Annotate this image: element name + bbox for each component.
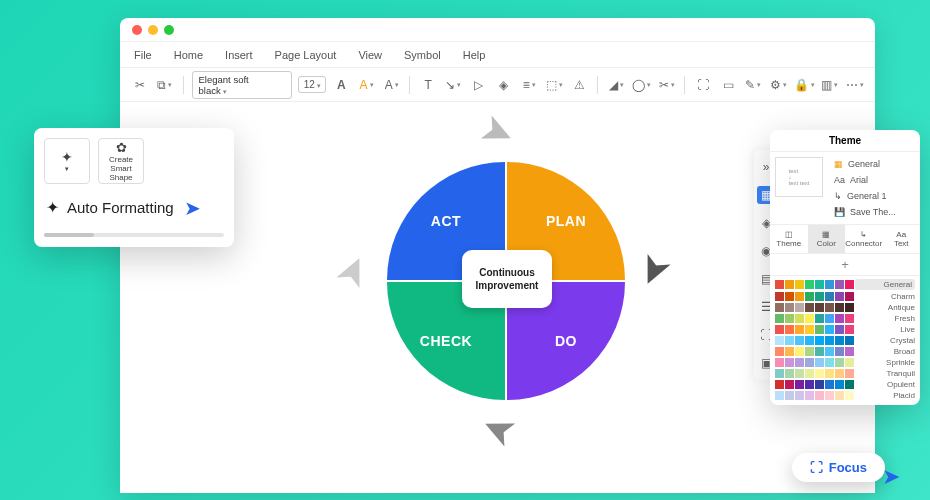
color-swatch[interactable] [845,358,854,367]
palette-row[interactable]: Crystal [775,336,915,345]
theme-preview[interactable]: text↓text text [775,157,823,197]
menu-symbol[interactable]: Symbol [404,49,441,61]
color-swatch[interactable] [795,314,804,323]
color-swatch[interactable] [785,303,794,312]
color-swatch[interactable] [835,314,844,323]
color-swatch[interactable] [785,347,794,356]
fill-icon[interactable]: ◢ [606,75,625,95]
color-swatch[interactable] [825,369,834,378]
color-swatch[interactable] [815,336,824,345]
color-swatch[interactable] [825,303,834,312]
menu-view[interactable]: View [358,49,382,61]
color-swatch[interactable] [775,336,784,345]
color-swatch[interactable] [815,347,824,356]
menu-help[interactable]: Help [463,49,486,61]
color-swatch[interactable] [775,347,784,356]
stroke-icon[interactable]: ◯ [632,75,651,95]
color-swatch[interactable] [835,358,844,367]
theme-item-general1[interactable]: ↳General 1 [834,188,914,204]
bold-icon[interactable]: A [332,75,351,95]
color-swatch[interactable] [775,314,784,323]
color-swatch[interactable] [785,336,794,345]
highlight-icon[interactable]: A [382,75,401,95]
menu-file[interactable]: File [134,49,152,61]
tab-theme[interactable]: ◫Theme [770,225,808,253]
color-swatch[interactable] [835,336,844,345]
color-swatch[interactable] [785,325,794,334]
color-swatch[interactable] [825,347,834,356]
color-swatch[interactable] [775,292,784,301]
theme-item-general[interactable]: ▦General [834,156,914,172]
palette-row[interactable]: General [775,279,915,290]
color-swatch[interactable] [845,336,854,345]
warning-icon[interactable]: ⚠ [570,75,589,95]
color-swatch[interactable] [815,369,824,378]
create-smart-shape-button[interactable]: ✿ Create Smart Shape [98,138,144,184]
color-swatch[interactable] [835,303,844,312]
color-swatch[interactable] [795,369,804,378]
color-swatch[interactable] [795,347,804,356]
color-swatch[interactable] [795,391,804,400]
align-icon[interactable]: ≡ [520,75,539,95]
color-swatch[interactable] [835,292,844,301]
color-swatch[interactable] [835,369,844,378]
palette-row[interactable]: Opulent [775,380,915,389]
color-swatch[interactable] [845,347,854,356]
color-swatch[interactable] [795,292,804,301]
color-swatch[interactable] [805,391,814,400]
color-swatch[interactable] [805,280,814,289]
font-color-icon[interactable]: A [357,75,376,95]
cut-icon[interactable]: ✂ [130,75,149,95]
color-swatch[interactable] [835,280,844,289]
text-tool-icon[interactable]: T [418,75,437,95]
color-swatch[interactable] [825,336,834,345]
color-swatch[interactable] [795,380,804,389]
color-swatch[interactable] [785,314,794,323]
menu-insert[interactable]: Insert [225,49,253,61]
color-swatch[interactable] [835,380,844,389]
color-swatch[interactable] [835,391,844,400]
color-swatch[interactable] [815,391,824,400]
palette-row[interactable]: Fresh [775,314,915,323]
menu-home[interactable]: Home [174,49,203,61]
color-swatch[interactable] [825,380,834,389]
line-tool-icon[interactable]: ↘ [444,75,463,95]
color-swatch[interactable] [805,325,814,334]
color-swatch[interactable] [775,380,784,389]
focus-button[interactable]: ⛶ Focus [792,453,885,482]
color-swatch[interactable] [775,369,784,378]
color-swatch[interactable] [825,358,834,367]
color-swatch[interactable] [785,369,794,378]
color-swatch[interactable] [785,292,794,301]
tab-color[interactable]: ▦Color [808,225,846,253]
color-swatch[interactable] [775,325,784,334]
palette-row[interactable]: Sprinkle [775,358,915,367]
color-swatch[interactable] [845,391,854,400]
add-palette-button[interactable]: + [770,254,920,276]
menu-page-layout[interactable]: Page Layout [275,49,337,61]
color-swatch[interactable] [815,380,824,389]
color-swatch[interactable] [835,347,844,356]
pointer-icon[interactable]: ▷ [469,75,488,95]
color-swatch[interactable] [815,358,824,367]
color-swatch[interactable] [785,391,794,400]
resize-icon[interactable]: ⛶ [693,75,712,95]
color-swatch[interactable] [845,314,854,323]
maximize-icon[interactable] [164,25,174,35]
center-label[interactable]: Continuous Improvement [462,250,552,308]
color-swatch[interactable] [845,380,854,389]
lock-icon[interactable]: 🔒 [794,75,814,95]
palette-row[interactable]: Broad [775,347,915,356]
color-swatch[interactable] [845,292,854,301]
palette-row[interactable]: Live [775,325,915,334]
edit-icon[interactable]: ✎ [744,75,763,95]
color-swatch[interactable] [805,336,814,345]
color-swatch[interactable] [805,347,814,356]
color-swatch[interactable] [805,292,814,301]
color-swatch[interactable] [795,336,804,345]
theme-item-arial[interactable]: AaArial [834,172,914,188]
color-swatch[interactable] [795,280,804,289]
color-swatch[interactable] [825,391,834,400]
color-swatch[interactable] [795,358,804,367]
tab-connector[interactable]: ↳Connector [845,225,883,253]
